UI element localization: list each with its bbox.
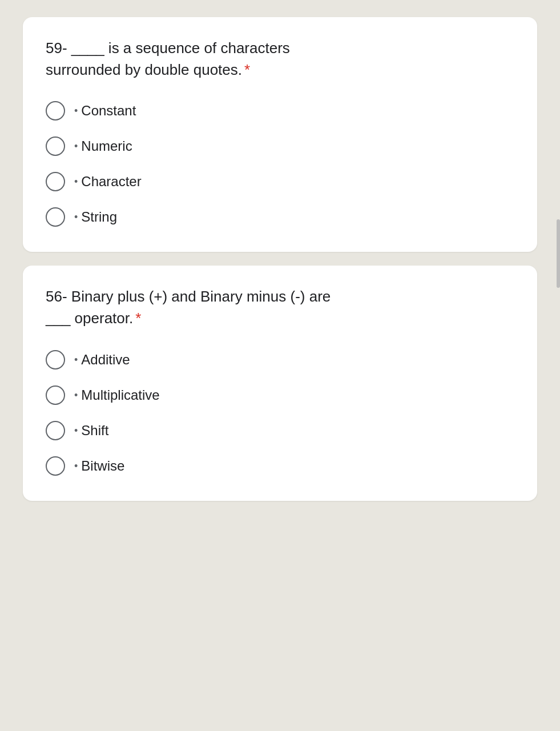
- required-marker-59: *: [244, 61, 250, 78]
- radio-bitwise[interactable]: [46, 456, 65, 476]
- option-label-bitwise: • Bitwise: [74, 458, 124, 474]
- option-multiplicative[interactable]: • Multiplicative: [46, 385, 514, 405]
- option-bitwise[interactable]: • Bitwise: [46, 456, 514, 476]
- option-string[interactable]: • String: [46, 207, 514, 227]
- option-numeric[interactable]: • Numeric: [46, 136, 514, 156]
- radio-shift[interactable]: [46, 421, 65, 440]
- options-list-56: • Additive • Multiplicative • Shift • Bi…: [46, 350, 514, 476]
- option-label-character: • Character: [74, 174, 142, 190]
- radio-numeric[interactable]: [46, 136, 65, 156]
- radio-string[interactable]: [46, 207, 65, 227]
- radio-character[interactable]: [46, 172, 65, 191]
- required-marker-56: *: [135, 310, 141, 327]
- option-label-shift: • Shift: [74, 423, 108, 439]
- option-constant[interactable]: • Constant: [46, 101, 514, 121]
- question-line1-59: 59- ____ is a sequence of characters: [46, 39, 290, 57]
- option-label-additive: • Additive: [74, 352, 130, 368]
- options-list-59: • Constant • Numeric • Character • Strin…: [46, 101, 514, 227]
- option-character[interactable]: • Character: [46, 172, 514, 191]
- scrollbar[interactable]: [557, 219, 560, 288]
- question-card-56: 56- Binary plus (+) and Binary minus (-)…: [23, 266, 537, 500]
- question-text-56: 56- Binary plus (+) and Binary minus (-)…: [46, 286, 514, 329]
- option-label-multiplicative: • Multiplicative: [74, 387, 160, 403]
- question-line2-59: surrounded by double quotes.: [46, 61, 242, 78]
- question-card-59: 59- ____ is a sequence of characters sur…: [23, 17, 537, 252]
- radio-additive[interactable]: [46, 350, 65, 369]
- radio-constant[interactable]: [46, 101, 65, 121]
- question-line2-56: ___ operator.: [46, 310, 133, 327]
- option-label-constant: • Constant: [74, 103, 136, 119]
- option-label-string: • String: [74, 209, 117, 225]
- option-label-numeric: • Numeric: [74, 138, 132, 154]
- radio-multiplicative[interactable]: [46, 385, 65, 405]
- question-text-59: 59- ____ is a sequence of characters sur…: [46, 38, 514, 81]
- question-line1-56: 56- Binary plus (+) and Binary minus (-)…: [46, 288, 331, 305]
- option-shift[interactable]: • Shift: [46, 421, 514, 440]
- option-additive[interactable]: • Additive: [46, 350, 514, 369]
